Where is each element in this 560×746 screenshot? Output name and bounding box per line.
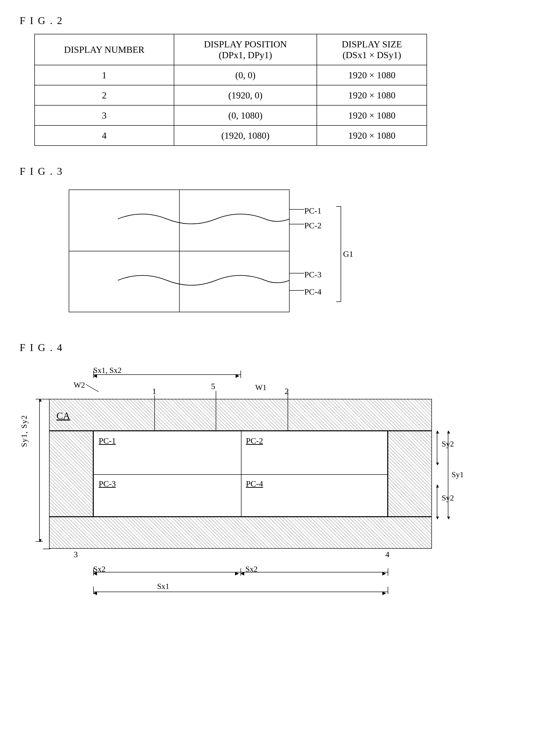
pc4-label: PC-4 [246,479,263,488]
pc1-label: PC-1 [304,206,322,216]
num1-label: 1 [152,386,156,396]
table-row: 3 (0, 1080) 1920 × 1080 [35,105,427,125]
bottom-hatch-bar [49,517,432,549]
cell-pos-3: (0, 1080) [174,105,317,125]
num3-label: 3 [73,550,78,559]
cell-size-2: 1920 × 1080 [317,85,427,105]
cell-pos-1: (0, 0) [174,65,317,85]
col-header-position: DISPLAY POSITION(DPx1, DPy1) [174,34,317,65]
cell-num-4: 4 [35,125,174,146]
w1-label: W1 [255,383,266,392]
display-table: DISPLAY NUMBER DISPLAY POSITION(DPx1, DP… [34,34,427,146]
col-header-number: DISPLAY NUMBER [35,34,174,65]
table-row: 4 (1920, 1080) 1920 × 1080 [35,125,427,146]
table-row: 1 (0, 0) 1920 × 1080 [35,65,427,85]
cell-size-4: 1920 × 1080 [317,125,427,146]
num4-label: 4 [385,550,389,559]
right-hatch-bar [388,431,432,517]
num2-label: 2 [285,386,289,396]
sx1-bottom-label: Sx1 [157,582,169,591]
fig3-section: F I G . 3 PC-1 PC-2 PC-3 PC-4 G [20,166,540,322]
pc4-label: PC-4 [304,287,322,296]
cell-pos-2: (1920, 0) [174,85,317,105]
sy1-sy2-label: Sy1, Sy2 [20,415,29,447]
pc2-label: PC-2 [246,436,263,446]
top-hatch-bar [49,399,432,431]
fig4-section: F I G . 4 Sx1, Sx2 ◀ ▶ W2 1 5 W1 2 Sy1, … [20,342,540,606]
sx1-sx2-label: Sx1, Sx2 [93,366,122,375]
pc2-label: PC-2 [304,221,322,230]
g1-label: G1 [343,250,353,259]
pc3-label: PC-3 [99,479,116,488]
sy2-right2-label: Sy2 [442,493,454,503]
pc3-label: PC-3 [304,270,322,279]
cell-num-1: 1 [35,65,174,85]
fig2-section: F I G . 2 DISPLAY NUMBER DISPLAY POSITIO… [20,15,540,146]
fig3-label: F I G . 3 [20,166,540,177]
cell-size-1: 1920 × 1080 [317,65,427,85]
fig2-label: F I G . 2 [20,15,540,27]
sy1-right-label: Sy1 [451,470,464,479]
cell-size-3: 1920 × 1080 [317,105,427,125]
fig4-label: F I G . 4 [20,342,540,353]
num5-label: 5 [211,382,215,391]
col-header-size: DISPLAY SIZE(DSx1 × DSy1) [317,34,427,65]
pc1-label: PC-1 [99,436,116,446]
cell-num-2: 2 [35,85,174,105]
cell-pos-4: (1920, 1080) [174,125,317,146]
ca-label: CA [56,410,70,422]
w2-label: W2 [73,380,85,390]
left-hatch-bar [49,431,93,517]
pc-area: PC-1 PC-2 PC-3 PC-4 [93,431,388,517]
cell-num-3: 3 [35,105,174,125]
table-row: 2 (1920, 0) 1920 × 1080 [35,85,427,105]
